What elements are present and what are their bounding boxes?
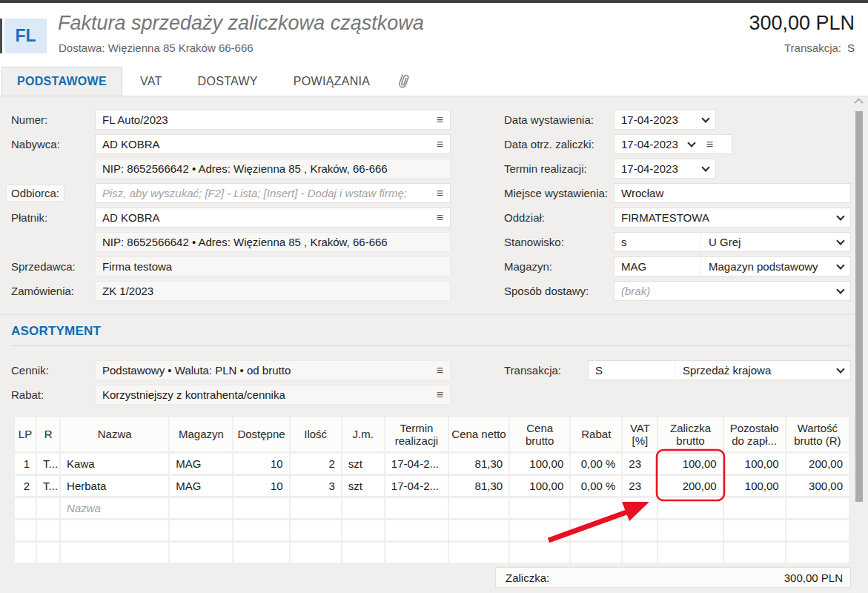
miejsce-wystawienia-label: Miejsce wystawienia:: [504, 187, 614, 199]
termin-realizacji-field[interactable]: 17-04-2023: [614, 159, 716, 179]
odbiorca-field[interactable]: Pisz, aby wyszukać; [F2] - Lista; [Inser…: [95, 183, 451, 203]
col-header-jm[interactable]: J.m.: [342, 417, 384, 451]
cell-magazyn[interactable]: MAG: [170, 454, 232, 474]
cell-r[interactable]: T...: [37, 476, 59, 496]
cell-termin[interactable]: 17-04-2...: [385, 476, 448, 496]
new-item-nazwa-cell[interactable]: Nazwa: [61, 498, 168, 518]
data-otrz-value: 17-04-2023: [621, 138, 678, 150]
transakcja-chevron-down-icon[interactable]: [836, 365, 844, 373]
tab-vat[interactable]: VAT: [122, 67, 180, 96]
data-otrz-chevron-down-icon[interactable]: [687, 139, 695, 147]
col-header-dostepne[interactable]: Dostępne: [233, 417, 288, 451]
col-header-ilosc[interactable]: Ilość: [291, 417, 341, 451]
platnik-field[interactable]: AD KOBRA ≡: [95, 208, 451, 228]
col-header-zaliczka-brutto[interactable]: Zaliczka brutto: [658, 417, 722, 451]
nabywca-field[interactable]: AD KOBRA ≡: [95, 134, 451, 154]
sposob-dostawy-chevron-down-icon[interactable]: [836, 285, 844, 294]
cell-nazwa[interactable]: Kawa: [61, 454, 168, 474]
cell-termin[interactable]: 17-04-2...: [385, 454, 448, 474]
zamowienia-field[interactable]: ZK 1/2023: [95, 281, 451, 301]
cell-vat[interactable]: 23: [623, 454, 657, 474]
tab-podstawowe[interactable]: PODSTAWOWE: [1, 67, 122, 96]
cell-rabat[interactable]: 0,00 %: [571, 454, 621, 474]
data-wystawienia-chevron-down-icon[interactable]: [701, 114, 709, 122]
platnik-menu-icon[interactable]: ≡: [432, 212, 443, 224]
magazyn-field[interactable]: MAG Magazyn podstawowy: [614, 256, 851, 276]
cell-rabat[interactable]: 0,00 %: [571, 476, 621, 496]
asortyment-divider: [11, 345, 851, 346]
cell-wartosc-brutto[interactable]: 200,00: [786, 454, 849, 474]
magazyn-code: MAG: [621, 257, 701, 276]
col-header-r[interactable]: R: [37, 417, 59, 451]
rabat-field[interactable]: Korzystniejszy z kontrahenta/cennika ≡: [95, 385, 451, 405]
cell-nazwa[interactable]: Herbata: [61, 476, 168, 496]
col-header-wartosc-brutto[interactable]: Wartość brutto (R): [786, 417, 849, 451]
cell-cena-netto[interactable]: 81,30: [449, 476, 508, 496]
data-otrz-field[interactable]: 17-04-2023 ≡: [614, 134, 732, 154]
col-header-magazyn[interactable]: Magazyn: [170, 417, 232, 451]
cell-zaliczka-brutto[interactable]: 200,00: [658, 476, 722, 496]
odbiorca-placeholder: Pisz, aby wyszukać; [F2] - Lista; [Inser…: [102, 187, 407, 199]
new-item-nazwa-placeholder: Nazwa: [67, 502, 101, 514]
numer-field[interactable]: FL Auto/2023 ≡: [95, 110, 451, 130]
tab-dostawy[interactable]: DOSTAWY: [180, 67, 276, 96]
cell-wartosc-brutto[interactable]: 300,00: [786, 476, 849, 496]
col-header-pozostalo[interactable]: Pozostało do zapł...: [724, 417, 785, 451]
cennik-menu-icon[interactable]: ≡: [432, 365, 443, 377]
cell-cena-brutto[interactable]: 100,00: [510, 476, 569, 496]
rabat-menu-icon[interactable]: ≡: [432, 389, 443, 401]
sposob-dostawy-field[interactable]: (brak): [614, 281, 851, 301]
data-wystawienia-field[interactable]: 17-04-2023: [614, 110, 716, 130]
cell-dostepne[interactable]: 10: [233, 476, 288, 496]
cell-lp[interactable]: 2: [15, 476, 36, 496]
platnik-info-value: NIP: 8652566642 • Adres: Więzienna 85 , …: [102, 236, 388, 248]
vertical-scrollbar-thumb[interactable]: [855, 111, 863, 502]
zamowienia-value: ZK 1/2023: [102, 285, 153, 297]
cell-jm[interactable]: szt: [342, 454, 384, 474]
stanowisko-field[interactable]: s U Grej: [614, 232, 851, 252]
cell-magazyn[interactable]: MAG: [170, 476, 232, 496]
cell-ilosc[interactable]: 2: [291, 454, 341, 474]
scrollbar-up-icon[interactable]: [854, 98, 864, 107]
cell-ilosc[interactable]: 3: [291, 476, 341, 496]
cell-cena-brutto[interactable]: 100,00: [510, 454, 569, 474]
oddzial-chevron-down-icon[interactable]: [836, 212, 844, 220]
data-otrz-menu-icon[interactable]: ≡: [702, 139, 713, 150]
sprzedawca-field[interactable]: Firma testowa: [95, 256, 451, 276]
cell-pozostalo[interactable]: 100,00: [724, 476, 785, 496]
odbiorca-menu-icon[interactable]: ≡: [432, 188, 443, 199]
cell-cena-netto[interactable]: 81,30: [449, 454, 508, 474]
miejsce-wystawienia-value: Wrocław: [621, 187, 663, 199]
col-header-lp[interactable]: LP: [15, 417, 36, 451]
transakcja-code: S: [595, 361, 675, 380]
cell-r[interactable]: T...: [37, 454, 59, 474]
rabat-label: Rabat:: [11, 388, 95, 401]
numer-menu-icon[interactable]: ≡: [432, 114, 443, 126]
cell-vat[interactable]: 23: [623, 476, 657, 496]
zaliczka-summary-bar: Zaliczka: 300,00 PLN: [495, 567, 851, 588]
cennik-field[interactable]: Podstawowy • Waluta: PLN • od brutto ≡: [95, 360, 451, 380]
miejsce-wystawienia-field[interactable]: Wrocław: [614, 183, 851, 203]
transaction-summary-value: S: [847, 42, 855, 54]
col-header-rabat[interactable]: Rabat: [571, 417, 621, 451]
tab-powiazania[interactable]: POWIĄZANIA: [276, 67, 388, 96]
oddzial-field[interactable]: FIRMATESTOWA: [614, 208, 851, 228]
col-header-cena-netto[interactable]: Cena netto: [449, 417, 508, 451]
cell-pozostalo[interactable]: 100,00: [724, 454, 785, 474]
col-header-vat[interactable]: VAT [%]: [623, 417, 657, 451]
nabywca-menu-icon[interactable]: ≡: [432, 139, 443, 150]
magazyn-chevron-down-icon[interactable]: [836, 261, 844, 269]
cell-lp[interactable]: 1: [15, 454, 36, 474]
table-empty-row: [15, 543, 849, 563]
col-header-cena-brutto[interactable]: Cena brutto: [510, 417, 569, 451]
stanowisko-chevron-down-icon[interactable]: [836, 236, 844, 245]
transakcja-field[interactable]: S Sprzedaż krajowa: [588, 360, 851, 380]
cell-dostepne[interactable]: 10: [233, 454, 288, 474]
col-header-nazwa[interactable]: Nazwa: [61, 417, 168, 451]
nabywca-info-value: NIP: 8652566642 • Adres: Więzienna 85 , …: [102, 162, 388, 175]
cell-jm[interactable]: szt: [342, 476, 384, 496]
tab-attachments[interactable]: [388, 67, 419, 96]
cell-zaliczka-brutto[interactable]: 100,00: [658, 454, 722, 474]
col-header-termin[interactable]: Termin realizacji: [385, 417, 448, 451]
termin-realizacji-chevron-down-icon[interactable]: [701, 163, 709, 171]
